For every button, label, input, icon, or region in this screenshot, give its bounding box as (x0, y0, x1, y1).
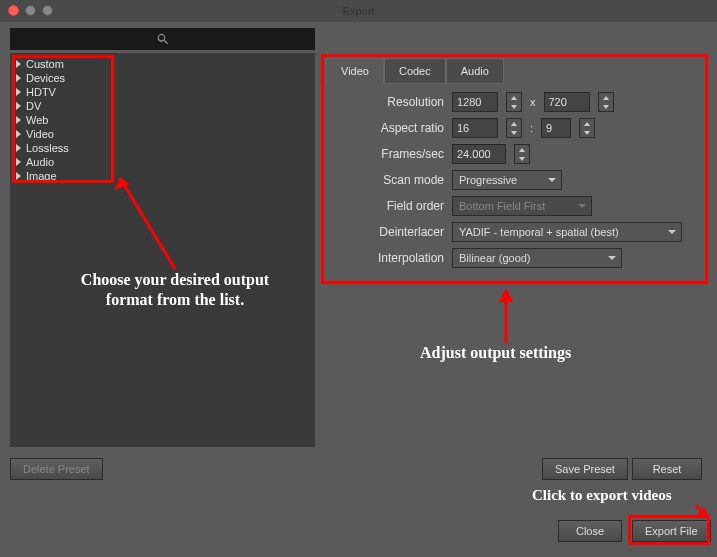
field-order-dropdown: Bottom Field First (452, 196, 592, 216)
sidebar-item-label: Lossless (26, 142, 69, 154)
resolution-height-input[interactable] (544, 92, 590, 112)
fps-input[interactable] (452, 144, 506, 164)
sidebar-item-video[interactable]: Video (16, 127, 309, 141)
search-input[interactable] (10, 28, 315, 50)
chevron-right-icon (16, 88, 21, 96)
tab-codec[interactable]: Codec (384, 58, 446, 84)
sidebar-item-label: Web (26, 114, 48, 126)
reset-button[interactable]: Reset (632, 458, 702, 480)
sidebar-item-lossless[interactable]: Lossless (16, 141, 309, 155)
aspect-separator: : (530, 122, 533, 134)
sidebar-item-dv[interactable]: DV (16, 99, 309, 113)
scan-label: Scan mode (334, 173, 444, 187)
annotation-text-left: Choose your desired output format from t… (80, 270, 270, 310)
annotation-arrow-export (692, 502, 710, 520)
sidebar-item-web[interactable]: Web (16, 113, 309, 127)
tab-bar: Video Codec Audio (326, 58, 504, 84)
close-window-icon[interactable] (8, 5, 19, 16)
settings-panel: Resolution x Aspect ratio : Frames/sec S… (334, 92, 682, 274)
sidebar-item-image[interactable]: Image (16, 169, 309, 183)
chevron-right-icon (16, 102, 21, 110)
delete-preset-button: Delete Preset (10, 458, 103, 480)
titlebar: Export (0, 0, 717, 22)
sidebar-item-label: HDTV (26, 86, 56, 98)
annotation-text-export: Click to export videos (532, 487, 672, 504)
minimize-window-icon[interactable] (25, 5, 36, 16)
sidebar-item-hdtv[interactable]: HDTV (16, 85, 309, 99)
svg-marker-3 (499, 288, 513, 302)
preset-list: Custom Devices HDTV DV Web Video Lossles… (10, 53, 315, 447)
sidebar-item-custom[interactable]: Custom (16, 57, 309, 71)
annotation-arrow-right (496, 288, 516, 343)
tab-video[interactable]: Video (326, 58, 384, 84)
interpolation-label: Interpolation (334, 251, 444, 265)
chevron-right-icon (16, 172, 21, 180)
field-label: Field order (334, 199, 444, 213)
annotation-text-right: Adjust output settings (420, 344, 571, 362)
aspect-width-input[interactable] (452, 118, 498, 138)
sidebar-item-label: Audio (26, 156, 54, 168)
sidebar-item-audio[interactable]: Audio (16, 155, 309, 169)
sidebar-item-label: Devices (26, 72, 65, 84)
export-file-button[interactable]: Export File (632, 520, 711, 542)
tab-audio[interactable]: Audio (446, 58, 504, 84)
sidebar-item-label: DV (26, 100, 41, 112)
sidebar-item-label: Custom (26, 58, 64, 70)
deinterlacer-dropdown[interactable]: YADIF - temporal + spatial (best) (452, 222, 682, 242)
aspect-label: Aspect ratio (334, 121, 444, 135)
svg-marker-5 (697, 507, 708, 518)
fps-stepper[interactable] (514, 144, 530, 164)
sidebar-item-devices[interactable]: Devices (16, 71, 309, 85)
chevron-right-icon (16, 158, 21, 166)
svg-line-4 (696, 505, 704, 514)
sidebar-item-label: Image (26, 170, 57, 182)
aspect-height-stepper[interactable] (579, 118, 595, 138)
deinterlacer-label: Deinterlacer (334, 225, 444, 239)
scan-mode-dropdown[interactable]: Progressive (452, 170, 562, 190)
close-button[interactable]: Close (558, 520, 622, 542)
resolution-height-stepper[interactable] (598, 92, 614, 112)
chevron-right-icon (16, 74, 21, 82)
save-preset-button[interactable]: Save Preset (542, 458, 628, 480)
window-title: Export (343, 5, 375, 17)
resolution-separator: x (530, 96, 536, 108)
chevron-right-icon (16, 116, 21, 124)
aspect-width-stepper[interactable] (506, 118, 522, 138)
fps-label: Frames/sec (334, 147, 444, 161)
chevron-right-icon (16, 60, 21, 68)
resolution-label: Resolution (334, 95, 444, 109)
window-controls (8, 5, 53, 16)
zoom-window-icon[interactable] (42, 5, 53, 16)
resolution-width-stepper[interactable] (506, 92, 522, 112)
chevron-right-icon (16, 130, 21, 138)
aspect-height-input[interactable] (541, 118, 571, 138)
search-icon (156, 32, 170, 46)
resolution-width-input[interactable] (452, 92, 498, 112)
interpolation-dropdown[interactable]: Bilinear (good) (452, 248, 622, 268)
chevron-right-icon (16, 144, 21, 152)
sidebar-item-label: Video (26, 128, 54, 140)
